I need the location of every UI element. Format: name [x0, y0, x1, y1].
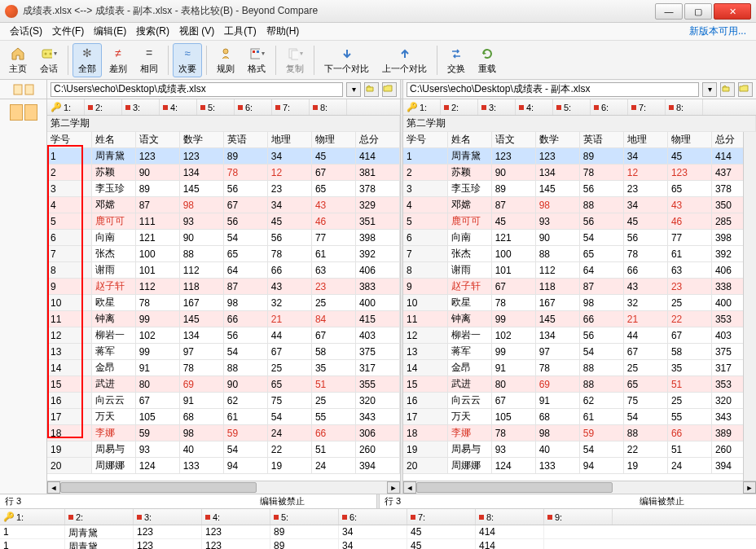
table-row[interactable]: 1周青黛123123893445414	[47, 148, 400, 165]
table-row[interactable]: 20周娜娜124133941924394	[403, 458, 756, 474]
menu-file[interactable]: 文件(F)	[47, 23, 89, 40]
detail-left-status: 编辑被禁止	[188, 494, 376, 508]
table-row[interactable]: 3李玉珍89145562365378	[47, 181, 400, 197]
table-row[interactable]: 6向南12190545677398	[403, 230, 756, 246]
table-row[interactable]: 19周易与9340542251260	[403, 441, 756, 458]
table-row[interactable]: 10欧星78167983225400	[403, 295, 756, 311]
rules-icon	[218, 46, 234, 62]
toolbar-reload[interactable]: 重载	[472, 43, 502, 77]
section-row: 第二学期	[47, 116, 400, 132]
table-row[interactable]: 18李娜7898598866389	[403, 425, 756, 441]
toolbar-prev[interactable]: 上一个对比	[376, 43, 433, 77]
table-row[interactable]: 14金昂9178882535317	[47, 360, 400, 376]
left-path-input[interactable]	[51, 82, 343, 97]
detail-row: 1周青黛123123893445414	[0, 525, 756, 539]
svg-text:✻: ✻	[82, 46, 92, 59]
table-row[interactable]: 8谢雨101112646663406	[403, 262, 756, 279]
table-row[interactable]: 2苏颖90134781267381	[47, 165, 400, 181]
right-grid[interactable]: 第二学期学号姓名语文数学英语地理物理总分1周青黛1231238934454142…	[403, 116, 756, 474]
table-row[interactable]: 4邓嫦8798673443329	[47, 197, 400, 213]
table-row[interactable]: 13蒋军9997546758375	[403, 344, 756, 360]
toolbar-format[interactable]: ▾ 格式	[242, 43, 271, 77]
svg-rect-13	[14, 85, 22, 94]
table-row[interactable]: 15武进8069886551353	[403, 376, 756, 393]
table-row[interactable]: 12柳岩一102134564467403	[47, 327, 400, 344]
right-vscroll[interactable]	[743, 132, 756, 481]
toolbar-rules[interactable]: 规则	[211, 43, 240, 77]
table-row[interactable]: 13蒋军9997546758375	[47, 344, 400, 360]
right-hscroll[interactable]: ◄►	[403, 481, 756, 494]
table-row[interactable]: 17万天10568615455343	[403, 409, 756, 425]
table-row[interactable]: 20周娜娜124133941924394	[47, 458, 400, 474]
toolbar-all[interactable]: ✻ 全部	[73, 43, 102, 77]
table-row[interactable]: 16向云云6791627525320	[47, 393, 400, 409]
table-row[interactable]: 3李玉珍89145562365378	[403, 181, 756, 197]
table-row[interactable]: 4邓嫦8798883443350	[403, 197, 756, 213]
next-icon	[339, 46, 355, 62]
left-path-recent[interactable]	[364, 82, 379, 97]
menu-search[interactable]: 搜索(R)	[131, 23, 174, 40]
toolbar-next-label: 下一个对比	[324, 63, 369, 75]
toolbar-swap[interactable]: 交换	[442, 43, 471, 77]
svg-text:≈: ≈	[184, 47, 190, 59]
same-icon: =	[141, 46, 157, 62]
toolbar-reload-label: 重载	[478, 63, 496, 75]
right-path-input[interactable]	[407, 82, 699, 97]
table-row[interactable]: 8谢雨101112646663406	[47, 262, 400, 279]
table-row[interactable]: 12柳岩一102134564467403	[403, 327, 756, 344]
right-path-dropdown[interactable]: ▾	[702, 82, 717, 97]
left-path-dropdown[interactable]: ▾	[346, 82, 361, 97]
left-hscroll[interactable]: ◄►	[47, 481, 400, 494]
toolbar-copy[interactable]: ▾ 复制	[280, 43, 310, 77]
toolbar-minor[interactable]: ≈ 次要	[173, 43, 202, 77]
table-row[interactable]: 11钟离99145662122353	[403, 311, 756, 327]
table-row[interactable]: 6向南12190545677398	[47, 230, 400, 246]
titlebar: 成绩表.xlsx <--> 成绩表 - 副本.xlsx - 表格比较(B) - …	[0, 0, 756, 23]
table-row[interactable]: 9赵子轩112118874323383	[47, 279, 400, 295]
swap-icon	[448, 46, 464, 62]
table-row[interactable]: 15武进8069906551355	[47, 376, 400, 393]
detail-column-header: 🔑1:2:3:4:5:6:7:8:9:	[0, 509, 756, 525]
overview-gutter[interactable]	[0, 99, 47, 494]
table-row[interactable]: 7张杰10088657861392	[47, 246, 400, 262]
app-icon	[5, 5, 18, 18]
table-row[interactable]: 11钟离99145662184415	[47, 311, 400, 327]
table-row[interactable]: 18李娜5998592466306	[47, 425, 400, 441]
table-row[interactable]: 14金昂9178882535317	[403, 360, 756, 376]
toolbar-next[interactable]: 下一个对比	[319, 43, 375, 77]
table-row[interactable]: 7张杰10088657861392	[403, 246, 756, 262]
menu-help[interactable]: 帮助(H)	[262, 23, 305, 40]
menu-edit[interactable]: 编辑(E)	[89, 23, 131, 40]
toolbar-home[interactable]: 主页	[3, 43, 33, 77]
reload-icon	[479, 46, 495, 62]
toolbar-session[interactable]: ▾ 会话	[34, 43, 64, 77]
compare-mode-icon[interactable]	[12, 83, 35, 96]
left-grid[interactable]: 第二学期学号姓名语文数学英语地理物理总分1周青黛1231238934454142…	[47, 116, 400, 474]
menu-session[interactable]: 会话(S)	[5, 23, 47, 40]
table-row[interactable]: 9赵子轩67118874323338	[403, 279, 756, 295]
left-path-browse[interactable]	[382, 82, 397, 97]
right-path-recent[interactable]	[720, 82, 735, 97]
table-row[interactable]: 17万天10568615455343	[47, 409, 400, 425]
menu-update[interactable]: 新版本可用...	[684, 23, 751, 40]
toolbar-same[interactable]: = 相同	[134, 43, 164, 77]
right-path-browse[interactable]	[738, 82, 753, 97]
toolbar-diff[interactable]: ≠ 差别	[103, 43, 133, 77]
table-row[interactable]: 10欧星78167983225400	[47, 295, 400, 311]
table-row[interactable]: 1周青黛123123893445414	[403, 148, 756, 165]
menu-view[interactable]: 视图 (V)	[174, 23, 219, 40]
format-icon: ▾	[248, 46, 265, 62]
table-row[interactable]: 19周易与9340542251260	[47, 441, 400, 458]
minimize-button[interactable]: ―	[655, 3, 683, 20]
toolbar-all-label: 全部	[78, 63, 96, 75]
detail-rows: 1周青黛1231238934454141周青黛123123893445414	[0, 525, 756, 549]
table-row[interactable]: 5鹿可可11193564546351	[47, 213, 400, 230]
maximize-button[interactable]: ▢	[684, 3, 712, 20]
section-row: 第二学期	[403, 116, 756, 132]
table-row[interactable]: 2苏颖901347812123437	[403, 165, 756, 181]
table-row[interactable]: 16向云云6791627525320	[403, 393, 756, 409]
close-button[interactable]: ✕	[714, 3, 751, 20]
table-row[interactable]: 5鹿可可4593564546285	[403, 213, 756, 230]
all-icon: ✻	[79, 46, 95, 62]
menu-tools[interactable]: 工具(T)	[219, 23, 261, 40]
